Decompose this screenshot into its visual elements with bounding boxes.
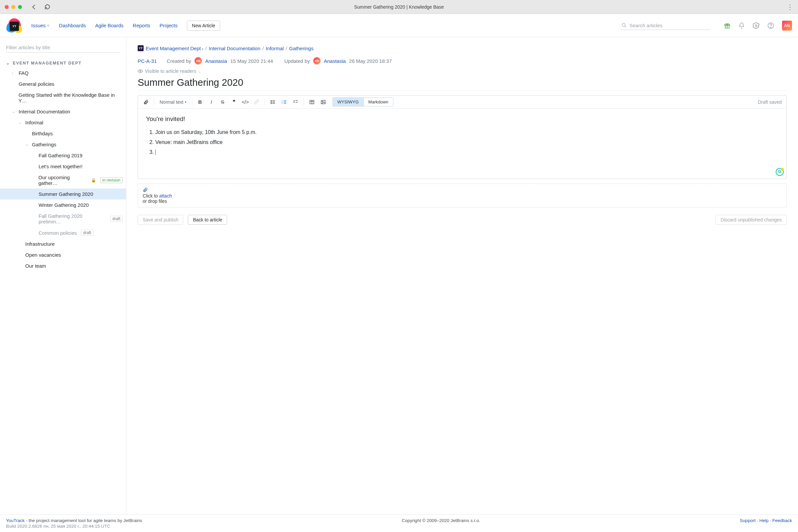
sidebar-item-summer-2020[interactable]: Summer Gathering 2020 [0, 189, 126, 200]
block-style-dropdown[interactable]: Normal text▾ [158, 98, 189, 106]
breadcrumb-internal-doc[interactable]: Internal Documentation [209, 45, 260, 51]
footer-app-link[interactable]: YouTrack [6, 518, 25, 523]
sidebar-item-common-policies[interactable]: Common policies draft [0, 227, 126, 239]
quote-icon[interactable]: ❞ [229, 98, 239, 107]
sidebar-item-getting-started[interactable]: Getting Started with the Knowledge Base … [0, 90, 126, 106]
sidebar-item-lets-meet[interactable]: Let's meet together! [0, 161, 126, 172]
sidebar-item-upcoming[interactable]: Our upcoming gather… 🔒 in revision [0, 172, 126, 189]
ordered-list-icon[interactable]: 123 [280, 98, 289, 107]
window-titlebar: Summer Gathering 2020 | Knowledge Base ⋮ [0, 0, 798, 14]
search-input[interactable] [629, 23, 710, 28]
updater-name[interactable]: Anastasia [324, 58, 346, 64]
new-article-button[interactable]: New Article [187, 21, 220, 31]
attachment-dropzone[interactable]: Click to attach or drop files [138, 184, 787, 208]
checklist-icon[interactable] [291, 98, 300, 107]
updater-avatar[interactable]: AN [313, 57, 321, 64]
list-item: Join us on Saturday, 10th June from 5 p.… [155, 127, 778, 137]
breadcrumb-gatherings[interactable]: Gatherings [289, 45, 314, 51]
svg-point-9 [271, 100, 271, 101]
article-title[interactable]: Summer Gathering 2020 [138, 77, 787, 91]
content-area: YT Event Management Dept / Internal Docu… [126, 37, 798, 514]
nav-issues[interactable]: Issues ▾ [31, 23, 50, 28]
sidebar-item-general-policies[interactable]: General policies [0, 78, 126, 90]
editor-toolbar: Normal text▾ B I S ❞ </> 123 [138, 95, 786, 109]
user-avatar[interactable]: AN [782, 21, 792, 31]
sidebar-item-gatherings[interactable]: ⌄Gatherings [0, 139, 126, 150]
visibility-selector[interactable]: Visible to article readers ⌄ [138, 69, 787, 74]
sidebar-item-informal[interactable]: ⌄Informal [0, 117, 126, 128]
grammarly-icon[interactable]: G [776, 168, 784, 176]
chevron-down-icon: ▾ [47, 23, 50, 28]
help-icon[interactable] [767, 22, 774, 29]
svg-point-0 [622, 23, 625, 26]
sidebar-section-header[interactable]: ⌄ EVENT MANAGEMENT DEPT [0, 58, 126, 68]
gear-icon[interactable] [753, 22, 759, 29]
content-heading: You're invited! [146, 114, 778, 124]
gift-icon[interactable] [724, 22, 730, 29]
action-row: Save and publish Back to article Discard… [138, 215, 787, 225]
breadcrumb-informal[interactable]: Informal [266, 45, 284, 51]
footer-feedback[interactable]: Feedback [773, 518, 792, 523]
search-icon [622, 23, 627, 28]
attach-icon[interactable] [141, 98, 151, 107]
nav-projects[interactable]: Projects [159, 23, 177, 28]
updated-date: 26 May 2020 18:37 [349, 58, 392, 64]
sidebar-item-fall-2019[interactable]: Fall Gathering 2019 [0, 150, 126, 161]
zoom-window-icon[interactable] [18, 5, 22, 9]
footer-support[interactable]: Support [740, 518, 756, 523]
list-item: Venue: main JetBrains office [155, 137, 778, 147]
chevron-down-icon: ⌄ [198, 70, 201, 73]
window-title: Summer Gathering 2020 | Knowledge Base [0, 4, 798, 10]
filter-input[interactable] [6, 42, 120, 53]
back-button[interactable] [29, 2, 39, 12]
sidebar-item-infrastructure[interactable]: Infrastructure [0, 239, 126, 249]
footer-help[interactable]: Help [759, 518, 769, 523]
creator-avatar[interactable]: AN [194, 57, 202, 64]
chevron-right-icon: › [12, 71, 17, 75]
creator-name[interactable]: Anastasia [205, 58, 227, 64]
editor-body[interactable]: You're invited! Join us on Saturday, 10t… [138, 109, 786, 178]
sidebar-item-faq[interactable]: ›FAQ [0, 68, 126, 78]
filter-wrap [6, 42, 120, 53]
minimize-window-icon[interactable] [11, 5, 15, 9]
link-icon[interactable] [252, 98, 261, 107]
image-icon[interactable] [319, 98, 328, 107]
discard-changes-button[interactable]: Discard unpublished changes [716, 215, 787, 225]
footer-left: YouTrack - the project management tool f… [6, 518, 142, 529]
strike-icon[interactable]: S [218, 98, 227, 107]
youtrack-logo[interactable]: YT [6, 18, 22, 34]
sidebar-item-fall-2020-prelim[interactable]: Fall Gathering 2020 prelimin… draft [0, 210, 126, 227]
overflow-menu-icon[interactable]: ⋮ [787, 3, 793, 11]
code-icon[interactable]: </> [241, 98, 250, 107]
created-date: 15 May 2020 21:44 [230, 58, 273, 64]
sidebar-item-birthdays[interactable]: Birthdays [0, 128, 126, 139]
wysiwyg-mode-button[interactable]: WYSIWYG [333, 98, 363, 106]
chevron-down-icon: ⌄ [12, 109, 17, 114]
sidebar-item-open-vacancies[interactable]: Open vacancies [0, 249, 126, 260]
bullet-list-icon[interactable] [268, 98, 278, 107]
nav-dashboards[interactable]: Dashboards [59, 23, 86, 28]
article-meta: PC-A-31 Created by AN Anastasia 15 May 2… [138, 57, 787, 64]
list-item [155, 147, 778, 157]
editor-mode-toggle: WYSIWYG Markdown [332, 97, 393, 107]
nav-agile-boards[interactable]: Agile Boards [95, 23, 124, 28]
markdown-mode-button[interactable]: Markdown [363, 98, 393, 106]
save-publish-button[interactable]: Save and publish [138, 215, 183, 225]
sidebar-item-our-team[interactable]: Our team [0, 260, 126, 271]
bell-icon[interactable] [739, 22, 745, 28]
bold-icon[interactable]: B [195, 98, 205, 107]
article-id[interactable]: PC-A-31 [138, 58, 157, 64]
reload-button[interactable] [42, 2, 52, 12]
breadcrumb-root[interactable]: Event Management Dept [146, 45, 204, 51]
back-to-article-button[interactable]: Back to article [188, 215, 227, 225]
search-field[interactable] [621, 21, 710, 30]
sidebar-item-internal-documentation[interactable]: ⌄Internal Documentation [0, 106, 126, 117]
sidebar-item-winter-2020[interactable]: Winter Gathering 2020 [0, 200, 126, 210]
close-window-icon[interactable] [5, 5, 8, 9]
nav-reports[interactable]: Reports [133, 23, 150, 28]
svg-point-8 [140, 71, 141, 72]
attach-link[interactable]: attach [159, 193, 172, 198]
table-icon[interactable] [307, 98, 317, 107]
footer-build: Build 2020.2.6826 пн, 25 мая 2020 г., 20… [6, 524, 142, 529]
italic-icon[interactable]: I [207, 98, 216, 107]
